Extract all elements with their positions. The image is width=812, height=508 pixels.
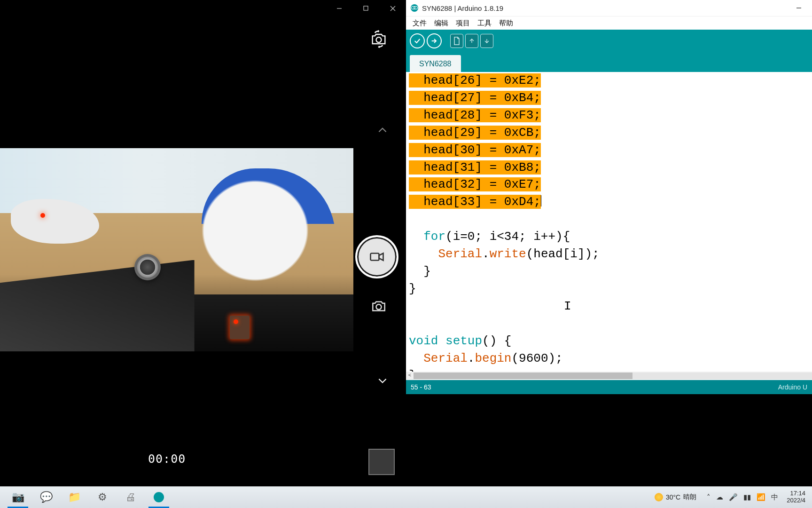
clock-time: 17:14 [790, 490, 805, 497]
svg-rect-1 [364, 6, 368, 10]
camera-app-window: 00:00 [0, 0, 406, 486]
menu-tools[interactable]: 工具 [475, 18, 494, 29]
status-cursor-pos: 55 - 63 [411, 383, 431, 391]
start-edge[interactable] [0, 486, 4, 508]
taskbar-app-wechat[interactable]: 💬 [32, 486, 60, 508]
highlighted-line[interactable]: head[27] = 0xB4; [409, 91, 541, 105]
arduino-logo-icon [411, 4, 418, 12]
arduino-title: SYN6288 | Arduino 1.8.19 [422, 4, 503, 12]
menu-sketch[interactable]: 项目 [453, 18, 473, 29]
chevron-down-icon[interactable] [372, 370, 393, 391]
highlighted-line[interactable]: head[31] = 0xB8; [409, 160, 541, 175]
onedrive-icon[interactable]: ☁ [716, 493, 723, 501]
gear-icon: ⚙ [98, 491, 107, 503]
method-write: write [490, 247, 526, 261]
camera-switch-icon[interactable] [366, 26, 392, 52]
minimize-button[interactable] [326, 0, 352, 16]
chevron-up-icon[interactable] [372, 120, 393, 141]
arduino-ide-window: SYN6288 | Arduino 1.8.19 文件 编辑 项目 工具 帮助 … [406, 0, 812, 486]
svg-point-4 [376, 37, 382, 42]
arduino-minimize-button[interactable] [785, 0, 812, 16]
text-cursor-icon [541, 195, 541, 206]
taskbar-app-explorer[interactable]: 📁 [60, 486, 88, 508]
windows-taskbar[interactable]: 📷 💬 📁 ⚙ 🖨 30°C 晴朗 ˄ ☁ 🎤 ▮▮ 📶 中 17:14 202… [0, 486, 812, 508]
arduino-titlebar: SYN6288 | Arduino 1.8.19 [406, 0, 812, 16]
camera-titlebar [0, 0, 406, 16]
method-begin: begin [475, 351, 511, 365]
battery-icon[interactable]: ▮▮ [743, 493, 751, 501]
save-sketch-button[interactable] [480, 34, 493, 48]
arduino-status-bar: 55 - 63 Arduino U [406, 380, 812, 394]
horizontal-scrollbar[interactable]: < [406, 372, 812, 380]
menu-edit[interactable]: 编辑 [431, 18, 451, 29]
highlighted-line[interactable]: head[28] = 0xF3; [409, 108, 541, 122]
weather-cond: 晴朗 [683, 493, 696, 501]
menu-file[interactable]: 文件 [410, 18, 429, 29]
scroll-track[interactable] [414, 373, 812, 379]
open-sketch-button[interactable] [465, 34, 478, 48]
folder-icon: 📁 [68, 491, 81, 503]
code-text: (i=0; i<34; i++){ [445, 230, 570, 244]
printer-icon: 🖨 [125, 491, 136, 503]
sketch-tab[interactable]: SYN6288 [410, 55, 461, 72]
taskbar-app-settings[interactable]: ⚙ [88, 486, 117, 508]
arduino-menu-bar[interactable]: 文件 编辑 项目 工具 帮助 [406, 16, 812, 30]
status-board: Arduino U [778, 383, 807, 391]
taskbar-app-camera[interactable]: 📷 [4, 486, 32, 508]
maximize-button[interactable] [352, 0, 379, 16]
tray-chevron-icon[interactable]: ˄ [707, 493, 710, 501]
take-photo-button[interactable] [366, 293, 392, 319]
arduino-console[interactable] [406, 394, 812, 486]
ime-indicator[interactable]: 中 [771, 493, 778, 502]
highlighted-line[interactable]: head[29] = 0xCB; [409, 126, 541, 140]
taskbar-app-print[interactable]: 🖨 [117, 486, 145, 508]
sun-icon [655, 493, 663, 501]
record-video-button[interactable] [355, 235, 398, 278]
taskbar-app-arduino[interactable] [145, 486, 173, 508]
wechat-icon: 💬 [40, 491, 53, 503]
taskbar-clock[interactable]: 17:14 2022/4 [784, 490, 808, 504]
camera-top-controls [366, 26, 392, 52]
wifi-icon[interactable]: 📶 [757, 493, 765, 501]
svg-point-7 [376, 304, 381, 310]
class-serial: Serial [423, 351, 468, 365]
clock-date: 2022/4 [787, 497, 805, 504]
arduino-icon [154, 492, 164, 502]
close-button[interactable] [379, 0, 406, 16]
menu-help[interactable]: 帮助 [496, 18, 516, 29]
upload-button[interactable] [427, 33, 442, 48]
function-setup: setup [445, 334, 482, 348]
scroll-left-icon[interactable]: < [406, 372, 414, 380]
code-editor[interactable]: head[26] = 0xE2; head[27] = 0xB4; head[2… [406, 72, 812, 372]
scroll-thumb[interactable] [414, 373, 632, 379]
highlighted-line[interactable]: head[26] = 0xE2; [409, 73, 541, 87]
verify-button[interactable] [410, 33, 425, 48]
highlighted-line[interactable]: head[30] = 0xA7; [409, 143, 541, 157]
highlighted-line[interactable]: head[32] = 0xE7; [409, 177, 541, 191]
weather-widget[interactable]: 30°C 晴朗 [650, 486, 701, 508]
camera-preview [0, 148, 353, 351]
recording-time: 00:00 [148, 452, 186, 466]
arduino-tab-bar: SYN6288 [406, 52, 812, 72]
microphone-icon[interactable]: 🎤 [729, 493, 738, 501]
camera-icon: 📷 [12, 491, 24, 503]
highlighted-line[interactable]: head[33] = 0xD4; [409, 195, 541, 209]
arduino-toolbar [406, 30, 812, 52]
gallery-thumbnail[interactable] [368, 449, 395, 475]
svg-rect-5 [371, 254, 379, 261]
keyword-for: for [423, 230, 445, 244]
editor-caret: I [564, 298, 571, 315]
keyword-void: void [409, 334, 438, 348]
weather-temp: 30°C [666, 493, 680, 501]
class-serial: Serial [438, 247, 482, 261]
new-sketch-button[interactable] [450, 34, 463, 48]
